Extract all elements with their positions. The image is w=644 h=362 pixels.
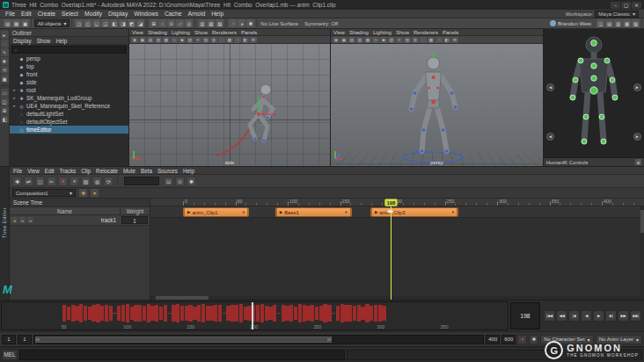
hik-nav-down-left-button[interactable]: ◀: [546, 133, 554, 141]
track-lane[interactable]: ▶anim_Clip1▾▶Base1▾▶anim_Clip3▾: [150, 206, 644, 218]
outliner-menu-help[interactable]: Help: [55, 38, 67, 44]
auto-keyframe-button[interactable]: ●: [517, 335, 527, 344]
select-camera-icon[interactable]: ◉: [131, 37, 138, 43]
select-hierarchy-icon[interactable]: ◳: [75, 19, 83, 27]
select-tool-icon[interactable]: ▸: [1, 31, 9, 39]
razor-clip-icon[interactable]: ✂: [47, 177, 56, 186]
viewport-menu-renderers[interactable]: Renderers: [413, 30, 438, 35]
menu-help[interactable]: Help: [211, 11, 223, 17]
vertical-scrollbar[interactable]: [640, 206, 644, 300]
clip-base1[interactable]: ▶Base1▾: [275, 207, 352, 217]
playhead-frame-marker[interactable]: 198: [384, 199, 399, 206]
outliner-item-defaultlightset[interactable]: ○defaultLightSet: [10, 110, 128, 118]
go-to-range-end-button[interactable]: ▶▶|: [630, 310, 641, 322]
viewport-menu-panels[interactable]: Panels: [443, 30, 458, 35]
outliner-item-front[interactable]: ◆front: [10, 70, 128, 78]
modeling-toolkit-icon[interactable]: ◫: [596, 19, 604, 27]
loop-clip-icon[interactable]: ⟳: [104, 177, 113, 186]
multisample-icon[interactable]: ▩: [226, 37, 233, 43]
clip-menu-icon[interactable]: ▾: [243, 210, 245, 214]
menu-create[interactable]: Create: [38, 11, 55, 17]
bookmarks-icon[interactable]: ▥: [356, 37, 363, 43]
scale-tool-icon[interactable]: ▣: [1, 75, 9, 83]
viewport-menu-shading[interactable]: Shading: [148, 30, 167, 35]
playhead-drag-handle[interactable]: ◀▶: [387, 208, 394, 214]
menu-arnold[interactable]: Arnold: [188, 11, 206, 17]
maximize-button[interactable]: ▢: [621, 2, 631, 9]
save-scene-icon[interactable]: ▣: [21, 19, 29, 27]
isolate-select-icon[interactable]: ◧: [443, 37, 450, 43]
select-dynamic-icon[interactable]: ◪: [136, 19, 144, 27]
outliner-menu-display[interactable]: Display: [13, 38, 32, 44]
play-forwards-button[interactable]: ▶: [593, 310, 604, 322]
menu-select[interactable]: Select: [62, 11, 78, 17]
construction-history-icon[interactable]: ▥: [198, 19, 206, 27]
outliner-item-timeeditor[interactable]: ◷timeEditor: [10, 126, 128, 134]
clip-menu-icon[interactable]: ▾: [345, 210, 347, 214]
screen-space-ao-icon[interactable]: ◍: [412, 37, 419, 43]
viewport-menu-panels[interactable]: Panels: [241, 30, 257, 35]
shadows-icon[interactable]: ▨: [404, 37, 411, 43]
shaded-icon[interactable]: ◆: [380, 37, 387, 43]
move-keys-icon[interactable]: ✚: [12, 177, 22, 186]
workspace-dropdown[interactable]: Maya Classic▾: [595, 11, 639, 18]
select-surface-icon[interactable]: ◨: [119, 19, 127, 27]
new-scene-icon[interactable]: ▤: [4, 19, 11, 27]
humanik-character-map[interactable]: ◀▶◀▶: [544, 29, 644, 157]
wireframe-icon[interactable]: ◇: [372, 37, 379, 43]
play-backwards-button[interactable]: ◀: [581, 310, 592, 322]
xray-icon[interactable]: ◔: [435, 37, 443, 43]
expand-arrow-icon[interactable]: ▸: [12, 96, 17, 100]
outliner-item-persp[interactable]: ◆persp: [10, 54, 128, 62]
time-editor-menu-mute[interactable]: Mute: [123, 168, 135, 174]
clip-play-icon[interactable]: ▶: [280, 210, 282, 214]
animation-start-field[interactable]: 1: [2, 335, 16, 344]
viewport-menu-renderers[interactable]: Renderers: [212, 30, 237, 35]
image-plane-icon[interactable]: ▦: [163, 37, 170, 43]
track-row[interactable]: ●●● track1 1: [10, 215, 150, 226]
close-button[interactable]: ✕: [632, 2, 641, 9]
viewport-menu-view[interactable]: View: [132, 30, 143, 35]
time-slider[interactable]: 50100150200250300350: [1, 301, 509, 330]
bookmarks-icon[interactable]: ▥: [155, 37, 162, 43]
clip-menu-icon[interactable]: ▾: [452, 210, 454, 214]
frame-playhead-icon[interactable]: ⊙: [175, 177, 185, 186]
menu-file[interactable]: File: [5, 11, 15, 17]
hik-nav-right-button[interactable]: ▶: [633, 83, 641, 91]
time-editor-menu-edit[interactable]: Edit: [45, 168, 55, 174]
grid-icon[interactable]: ⊞: [250, 37, 257, 43]
render-frame-icon[interactable]: ◔: [229, 19, 237, 27]
time-editor-menu-help[interactable]: Help: [183, 168, 194, 174]
clip-play-icon[interactable]: ▶: [375, 210, 377, 214]
outliner-item-top[interactable]: ◆top: [10, 62, 128, 70]
textured-icon[interactable]: ▧: [388, 37, 395, 43]
move-tool-icon[interactable]: ✚: [1, 57, 9, 65]
time-editor-menu-beta[interactable]: Beta: [141, 168, 152, 174]
menu-display[interactable]: Display: [108, 11, 128, 17]
step-forward-key-button[interactable]: ▶|: [605, 310, 617, 322]
set-key-icon[interactable]: ●: [58, 177, 68, 186]
menu-modify[interactable]: Modify: [84, 11, 102, 17]
attribute-editor-icon[interactable]: ▦: [623, 19, 631, 27]
add-composition-button[interactable]: ✚: [78, 188, 88, 198]
range-slider[interactable]: [33, 335, 484, 344]
viewport-menu-view[interactable]: View: [333, 30, 345, 35]
outliner-item-sk_mannequin_lodgroup[interactable]: ▸✚SK_Mannequin_LodGroup: [10, 94, 128, 102]
time-editor-menu-file[interactable]: File: [13, 168, 22, 174]
viewport-menu-lighting[interactable]: Lighting: [172, 30, 190, 35]
image-plane-icon[interactable]: ▦: [364, 37, 371, 43]
time-editor-menu-relocate[interactable]: Relocate: [96, 168, 118, 174]
outliner-item-ue4_mannequin_skel_reference[interactable]: ▸◎UE4_Mannequin_Skel_Reference: [10, 102, 128, 110]
time-slider-playhead[interactable]: [252, 302, 253, 329]
viewport-menu-show[interactable]: Show: [194, 30, 208, 35]
hik-nav-down-right-button[interactable]: ▶: [633, 133, 641, 141]
viewport-persp[interactable]: ViewShadingLightingShowRenderersPanels ◉…: [331, 29, 544, 166]
four-pane-layout-button[interactable]: ⊞: [1, 106, 9, 114]
menu-cache[interactable]: Cache: [165, 11, 182, 17]
wireframe-icon[interactable]: ◇: [171, 37, 178, 43]
viewport-side[interactable]: ViewShadingLightingShowRenderersPanels ◉…: [129, 29, 331, 166]
composition-options-button[interactable]: ▾: [90, 188, 99, 198]
shaded-icon[interactable]: ◆: [179, 37, 186, 43]
multisample-icon[interactable]: ▩: [428, 37, 435, 43]
animation-preferences-button[interactable]: ✱: [529, 335, 538, 344]
